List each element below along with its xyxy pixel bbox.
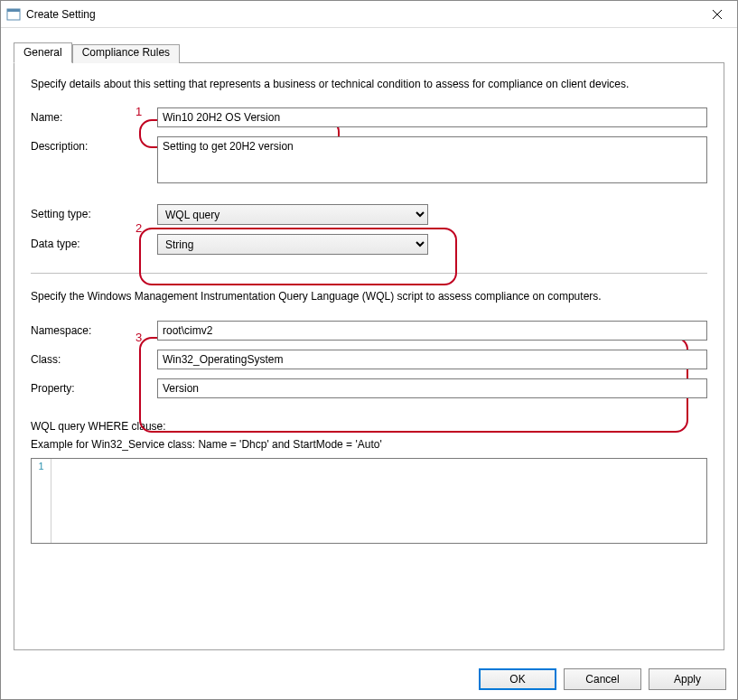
where-clause-text[interactable] xyxy=(51,459,706,543)
dialog-buttons: OK Cancel Apply xyxy=(1,659,737,699)
row-description: Description: xyxy=(31,136,707,186)
label-property: Property: xyxy=(31,378,157,395)
close-button[interactable] xyxy=(696,1,737,28)
where-example: Example for Win32_Service class: Name = … xyxy=(31,438,707,451)
tab-strip: General Compliance Rules xyxy=(14,42,724,63)
class-input[interactable] xyxy=(157,350,707,369)
label-where-clause: WQL query WHERE clause: xyxy=(31,420,707,433)
ok-button[interactable]: OK xyxy=(479,668,556,690)
tab-compliance-rules[interactable]: Compliance Rules xyxy=(72,44,180,63)
svg-rect-1 xyxy=(7,9,20,12)
label-description: Description: xyxy=(31,136,157,153)
setting-type-select[interactable]: WQL query xyxy=(157,204,428,225)
intro-text: Specify details about this setting that … xyxy=(31,77,707,91)
property-input[interactable] xyxy=(157,378,707,398)
label-class: Class: xyxy=(31,350,157,366)
row-class: Class: xyxy=(31,350,707,369)
content-area: General Compliance Rules Specify details… xyxy=(1,28,737,659)
name-input[interactable] xyxy=(157,107,707,127)
cancel-button[interactable]: Cancel xyxy=(564,668,641,690)
row-data-type: Data type: String xyxy=(31,234,707,255)
label-name: Name: xyxy=(31,107,157,124)
description-textarea[interactable] xyxy=(157,136,707,183)
create-setting-window: Create Setting General Compliance Rules … xyxy=(0,0,738,700)
label-namespace: Namespace: xyxy=(31,321,157,337)
namespace-input[interactable] xyxy=(157,321,707,341)
where-clause-editor[interactable]: 1 xyxy=(31,458,707,544)
separator xyxy=(31,273,707,274)
row-setting-type: Setting type: WQL query xyxy=(31,204,707,225)
label-data-type: Data type: xyxy=(31,234,157,250)
data-type-select[interactable]: String xyxy=(157,234,428,255)
titlebar: Create Setting xyxy=(1,1,737,28)
row-property: Property: xyxy=(31,378,707,398)
tab-general[interactable]: General xyxy=(14,42,72,63)
window-icon xyxy=(6,7,21,22)
apply-button[interactable]: Apply xyxy=(649,668,726,690)
line-number-gutter: 1 xyxy=(32,459,51,543)
window-title: Create Setting xyxy=(26,8,696,21)
close-icon xyxy=(713,10,722,19)
row-namespace: Namespace: xyxy=(31,321,707,341)
tab-panel-general: Specify details about this setting that … xyxy=(14,62,724,650)
row-name: Name: xyxy=(31,107,707,127)
wql-section-text: Specify the Windows Management Instrumen… xyxy=(31,290,707,303)
label-setting-type: Setting type: xyxy=(31,204,157,220)
